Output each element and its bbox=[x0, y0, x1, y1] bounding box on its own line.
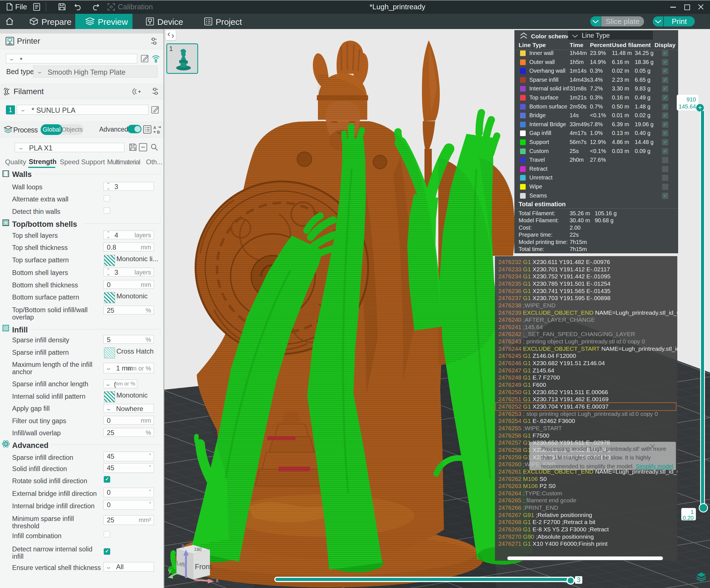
svg-text:Front: Front bbox=[195, 563, 212, 570]
svg-text:180: 180 bbox=[194, 546, 202, 552]
svg-text:z: z bbox=[181, 542, 184, 549]
svg-text:A: A bbox=[153, 125, 156, 130]
svg-text:B: B bbox=[157, 130, 160, 134]
svg-text:x: x bbox=[216, 577, 219, 584]
svg-text:y: y bbox=[168, 567, 172, 574]
